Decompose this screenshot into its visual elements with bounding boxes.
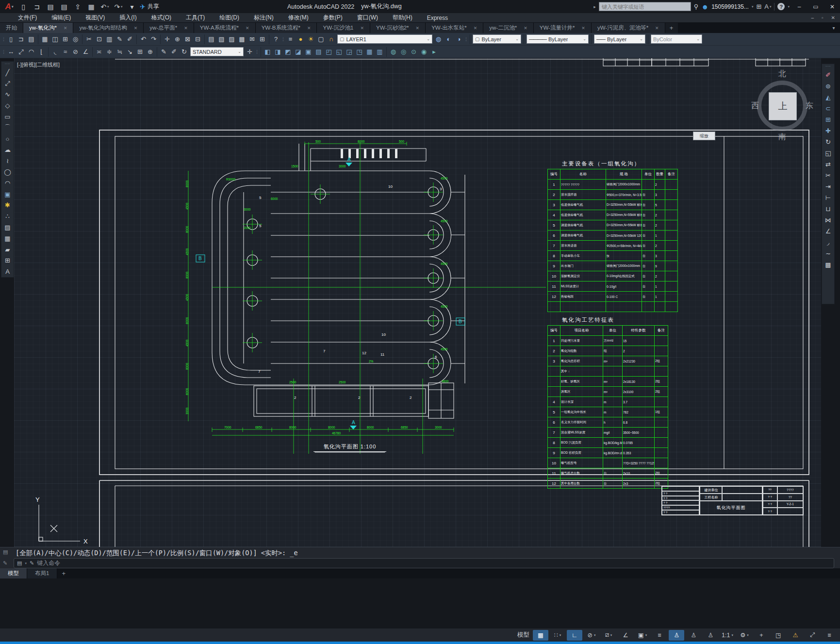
viewcube-top-face[interactable]: 上 [769,92,797,120]
object-snap-button[interactable]: ▣▾ [635,630,650,641]
block-editor-button[interactable]: ◨ [273,47,283,57]
draw-line-button[interactable]: ╱ [2,67,13,78]
window-close-button[interactable]: ✕ [825,1,839,12]
account-name[interactable]: 1505999135... [711,3,749,10]
dimstyle-combo[interactable]: STANDARD⌄ [190,47,244,56]
open-file-button[interactable]: ⊐ [16,34,26,44]
app-store-cart-icon[interactable]: ⊞ [756,3,761,10]
zoom-previous-button[interactable]: ⊟ [193,34,203,44]
cmd-edit-icon[interactable]: ✎ [30,560,34,566]
dim-diameter-button[interactable]: ⊘ [70,47,81,57]
new-tab-button[interactable]: + [665,23,678,33]
xref-attach-button[interactable]: ◩ [283,47,293,57]
modify-array-button[interactable]: ⊞ [823,114,834,125]
qat-menu-button[interactable]: ▾ [125,1,139,12]
draw-ellipse-button[interactable]: ◯ [2,166,13,178]
doc-tab-2[interactable]: yw-氧化沟内部结构✕ [73,23,144,33]
annotation-monitor-button[interactable]: + [754,630,769,641]
autodesk-a-icon[interactable]: A▾ [764,3,771,10]
new-file-button[interactable]: ▯ [6,34,16,44]
frame-toggle-button[interactable]: ◱ [334,47,344,57]
draw-hatch-button[interactable]: ▨ [2,222,13,233]
save-as-button[interactable]: ▤ [57,1,71,12]
doc-tab-0[interactable]: 开始 [0,23,23,33]
properties-palette-button[interactable]: ▤ [206,34,216,44]
plot-button[interactable]: ▦ [84,1,98,12]
lineweight-display-button[interactable]: ≡ [652,630,667,641]
cut-clip-button[interactable]: ✂ [84,34,94,44]
new-file-button[interactable]: ▯ [16,1,30,12]
search-icon[interactable]: ⚲ [694,3,699,10]
layer-lock-button[interactable]: ∩ [326,34,336,44]
zoom-realtime-button[interactable]: ⊕ [172,34,182,44]
menu-item-0[interactable]: 文件(F) [11,14,44,22]
modify-join-button[interactable]: ⋈ [823,215,834,226]
menu-item-7[interactable]: 标注(N) [247,14,281,22]
draw-point-button[interactable]: ∴ [2,211,13,222]
help-search-input[interactable] [599,2,691,11]
help-button[interactable]: ? [271,34,281,44]
close-icon[interactable]: ✕ [655,26,659,31]
draw-xline-button[interactable]: ⤢ [2,78,13,89]
workspace-switching-button[interactable]: ⚙▾ [737,630,752,641]
layer-combo[interactable]: ▢LAYER1⌄ [337,34,432,44]
help-icon[interactable]: ? [777,3,785,10]
modify-extend-button[interactable]: ⇥ [823,181,834,192]
window-maximize-button[interactable]: ▭ [809,1,823,12]
snap-mode-button[interactable]: ∷▾ [550,630,565,641]
share-button[interactable]: ✈共享 [139,1,160,12]
doc-tab-8[interactable]: YW-出水泵站*✕ [426,23,483,33]
dim-text-edit-button[interactable]: ✐ [169,47,179,57]
menu-item-10[interactable]: 窗口(W) [350,14,385,22]
designcenter-button[interactable]: ▧ [216,34,227,44]
dim-edit-button[interactable]: ✎ [159,47,169,57]
modify-rotate-button[interactable]: ↻ [823,136,834,148]
dim-update-button[interactable]: ↻ [179,47,189,57]
zoom-window-button[interactable]: ⊠ [182,34,193,44]
modify-stretch-button[interactable]: ⇄ [823,159,834,170]
layer-thaw-sun-button[interactable]: ☀ [306,34,316,44]
doc-tab-9[interactable]: yw-二沉池*✕ [483,23,533,33]
sheetset-manager-button[interactable]: ▩ [237,34,247,44]
tolerance-button[interactable]: ⊞ [135,47,145,57]
plotstyle-combo[interactable]: ByColor⌄ [651,34,702,44]
pointcloud-uncrop-button[interactable]: ⊙ [409,47,419,57]
layout-tab-模型[interactable]: 模型 [0,568,27,578]
dim-radius-button[interactable]: ◟ [50,47,60,57]
pointcloud-attach-button[interactable]: ◍ [388,47,398,57]
modify-move-button[interactable]: ✚ [823,125,834,136]
doc-tab-1[interactable]: yw-氧化沟*✕ [23,23,73,33]
dim-baseline-button[interactable]: ≑ [104,47,115,57]
annotation-autoscale-button[interactable]: ♙ [686,630,701,641]
image-clip-button[interactable]: ◰ [324,47,334,57]
pointcloud-manager-button[interactable]: ▸ [429,47,439,57]
close-icon[interactable]: ✕ [134,26,138,31]
model-space-toggle-button[interactable]: 模型 [515,630,531,641]
match-properties-button[interactable]: ✎ [115,34,125,44]
doc-tab-5[interactable]: YW-B系统流程*✕ [256,23,317,33]
viewcube-west[interactable]: 西 [751,101,759,111]
polar-tracking-button[interactable]: ⊘▾ [584,630,599,641]
redo-button[interactable]: ↷▾ [112,1,125,12]
layout-tab-布局1[interactable]: 布局1 [27,568,57,578]
center-mark-button[interactable]: ⊕ [145,47,155,57]
quick-dimension-button[interactable]: ≍ [94,47,104,57]
draw-gradient-button[interactable]: ▦ [2,233,13,244]
image-adjust-button[interactable]: ▤ [313,47,324,57]
pointcloud-colormap-button[interactable]: ◉ [419,47,429,57]
doc-minimize-button[interactable]: – [811,15,814,20]
image-quality-button[interactable]: ▥ [375,47,385,57]
new-layout-button[interactable]: + [57,568,70,578]
doc-tab-11[interactable]: yW-污泥房、泥池等*✕ [592,23,665,33]
close-icon[interactable]: ✕ [474,26,478,31]
annotation-scale-icon-button[interactable]: ♙ [703,630,718,641]
annotation-visibility-button[interactable]: ♙ [669,630,684,641]
object-snap-tracking-button[interactable]: ∠ [618,630,633,641]
modify-mirror-button[interactable]: ◭ [823,92,834,103]
menu-item-12[interactable]: Express [420,15,455,21]
layer-properties-manager-button[interactable]: ≡ [285,34,296,44]
lineweight-combo[interactable]: ——ByLayer⌄ [594,34,645,44]
doc-tab-10[interactable]: YW-流量计井*✕ [534,23,592,33]
markup-set-button[interactable]: ✉ [247,34,257,44]
grid-display-button[interactable]: ▦ [533,630,548,641]
